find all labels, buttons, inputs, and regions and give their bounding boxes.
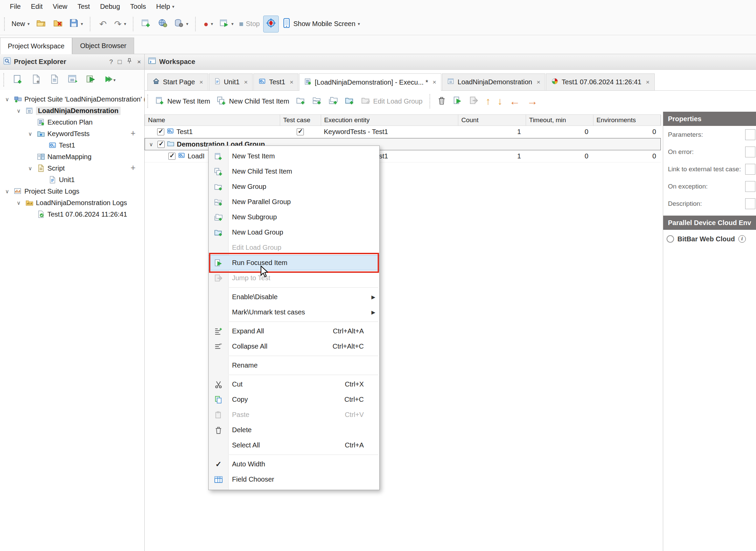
add-new-item-button[interactable] [138, 16, 154, 32]
doc-tab-execution-plan[interactable]: [LoadNinjaDemonstration] - Execu... * × [299, 73, 441, 91]
row-checkbox[interactable] [168, 153, 175, 160]
close-icon[interactable]: × [646, 79, 650, 86]
new-load-group-button[interactable] [342, 93, 357, 109]
menu-item-jump-to-test[interactable]: Jump to Test [209, 270, 379, 286]
tab-project-workspace[interactable]: Project Workspace [0, 38, 72, 54]
tab-object-browser[interactable]: Object Browser [72, 38, 134, 54]
info-icon[interactable]: i [738, 235, 746, 243]
radio-button[interactable] [667, 235, 674, 243]
link-external-field[interactable] [745, 164, 755, 175]
menu-item-copy[interactable]: Copy Ctrl+C [209, 392, 379, 407]
tree-item-project[interactable]: ∨ LoadNinjaDemonstration [0, 105, 144, 116]
close-icon[interactable]: × [290, 79, 293, 86]
on-error-field[interactable] [745, 147, 755, 157]
edit-load-group-button[interactable]: Edit Load Group [358, 93, 426, 109]
menu-help[interactable]: Help▾ [151, 0, 180, 13]
menu-item-expand-all[interactable]: Expand All Ctrl+Alt+A [209, 324, 379, 339]
new-subgroup-button[interactable] [326, 93, 341, 109]
item-properties-button[interactable] [47, 72, 62, 88]
new-group-button[interactable] [293, 93, 309, 109]
maximize-icon[interactable]: □ [118, 58, 121, 66]
close-icon[interactable]: × [244, 79, 248, 86]
run-test-button[interactable]: ▾ [217, 16, 236, 32]
menu-item-run-focused-item[interactable]: Run Focused Item [209, 255, 379, 270]
open-file-button[interactable] [33, 16, 49, 32]
new-test-item-button[interactable]: New Test Item [152, 93, 213, 109]
menu-item-new-test-item[interactable]: New Test Item [209, 149, 379, 164]
close-icon[interactable]: × [200, 79, 203, 86]
menu-item-collapse-all[interactable]: Collapse All Ctrl+Alt+C [209, 339, 379, 354]
menu-item-field-chooser[interactable]: Field Chooser [209, 472, 379, 487]
data-tools-button[interactable]: ▾ [172, 16, 190, 32]
menu-item-select-all[interactable]: Select All Ctrl+A [209, 438, 379, 453]
web-testing-button[interactable] [155, 16, 171, 32]
tree-item-project-logs[interactable]: ∨ LoadNinjaDemonstration Logs [0, 197, 144, 208]
new-child-test-item-button[interactable]: New Child Test Item [214, 93, 292, 109]
help-icon[interactable]: ? [109, 58, 113, 66]
doc-tab-test1[interactable]: Test1 × [253, 73, 298, 90]
chevron-down-icon[interactable]: ∨ [3, 188, 12, 195]
menu-item-rename[interactable]: Rename [209, 358, 379, 373]
menu-item-new-parallel-group[interactable]: New Parallel Group [209, 194, 379, 210]
stop-button[interactable]: ■ Stop [237, 16, 261, 32]
chevron-down-icon[interactable]: ∨ [147, 141, 155, 148]
close-icon[interactable]: × [537, 79, 540, 86]
close-icon[interactable]: × [433, 79, 436, 86]
menu-item-new-child-test-item[interactable]: New Child Test Item [209, 164, 379, 179]
parameters-field[interactable] [745, 129, 755, 140]
menu-test[interactable]: Test [72, 0, 95, 13]
chevron-down-icon[interactable]: ∨ [14, 200, 23, 206]
mobile-screen-button[interactable]: Show Mobile Screen ▾ [280, 16, 362, 32]
menu-item-new-subgroup[interactable]: New Subgroup [209, 210, 379, 225]
menu-item-auto-width[interactable]: ✓ Auto Width [209, 457, 379, 472]
column-header-count[interactable]: Count [458, 115, 526, 126]
debug-button[interactable] [263, 16, 279, 32]
doc-tab-start-page[interactable]: Start Page × [147, 73, 208, 90]
table-row[interactable]: Test1 KeywordTests - Test1 1 0 0 [145, 126, 661, 138]
tree-item-namemapping[interactable]: NameMapping [0, 151, 144, 162]
menu-item-delete[interactable]: Delete [209, 422, 379, 438]
chevron-down-icon[interactable]: ∨ [26, 165, 35, 172]
chevron-down-icon[interactable]: ∨ [3, 96, 12, 103]
move-right-button[interactable]: → [524, 93, 541, 109]
tree-item-project-suite[interactable]: ∨ Project Suite 'LoadNinjaDemonstration'… [0, 93, 144, 105]
tree-item-keywordtests[interactable]: ∨ KeywordTests + [0, 128, 144, 139]
menu-item-new-group[interactable]: New Group [209, 179, 379, 194]
chevron-down-icon[interactable]: ∨ [14, 108, 23, 114]
doc-tab-unit1[interactable]: Unit1 × [209, 73, 253, 90]
run-focused-item-button[interactable] [450, 93, 465, 109]
tree-item-test1[interactable]: Test1 [0, 139, 144, 151]
run-project-suite-button[interactable]: ▾ [102, 72, 117, 88]
menu-view[interactable]: View [48, 0, 72, 13]
jump-to-test-button[interactable] [466, 93, 482, 109]
move-down-button[interactable]: ↓ [494, 93, 505, 109]
tree-item-unit1[interactable]: Unit1 [0, 174, 144, 185]
tree-item-project-suite-logs[interactable]: ∨ Project Suite Logs [0, 185, 144, 197]
doc-tab-loadninjademonstration[interactable]: LoadNinjaDemonstration × [442, 73, 545, 90]
tree-item-execution-plan[interactable]: Execution Plan [0, 116, 144, 128]
test-case-checkbox[interactable] [297, 128, 304, 135]
menu-debug[interactable]: Debug [95, 0, 125, 13]
menu-item-enable-disable[interactable]: Enable\Disable ▶ [209, 289, 379, 305]
menu-tools[interactable]: Tools [125, 0, 151, 13]
row-checkbox[interactable] [158, 141, 165, 148]
menu-item-paste[interactable]: Paste Ctrl+V [209, 407, 379, 422]
menu-item-edit-load-group[interactable]: Edit Load Group [209, 240, 379, 255]
tree-item-script[interactable]: ∨ Script + [0, 162, 144, 174]
column-header-execution-entity[interactable]: Execution entity [321, 115, 458, 126]
new-parallel-group-button[interactable] [309, 93, 325, 109]
menu-file[interactable]: File [5, 0, 26, 13]
column-header-name[interactable]: Name [145, 115, 280, 126]
new-button[interactable]: New ▾ [9, 16, 32, 32]
redo-button[interactable]: ↷ ▾ [112, 16, 128, 32]
menu-item-mark-unmark-test-cases[interactable]: Mark\Unmark test cases ▶ [209, 305, 379, 320]
menu-item-new-load-group[interactable]: New Load Group [209, 225, 379, 240]
add-new-item-button[interactable] [10, 72, 26, 88]
run-project-button[interactable] [83, 72, 99, 88]
column-header-environments[interactable]: Environments [593, 115, 661, 126]
description-field[interactable] [745, 198, 755, 209]
move-up-button[interactable]: ↑ [482, 93, 493, 109]
close-file-button[interactable] [50, 16, 66, 32]
on-exception-field[interactable] [745, 181, 755, 192]
doc-tab-log[interactable]: Test1 07.06.2024 11:26:41 × [546, 73, 655, 90]
